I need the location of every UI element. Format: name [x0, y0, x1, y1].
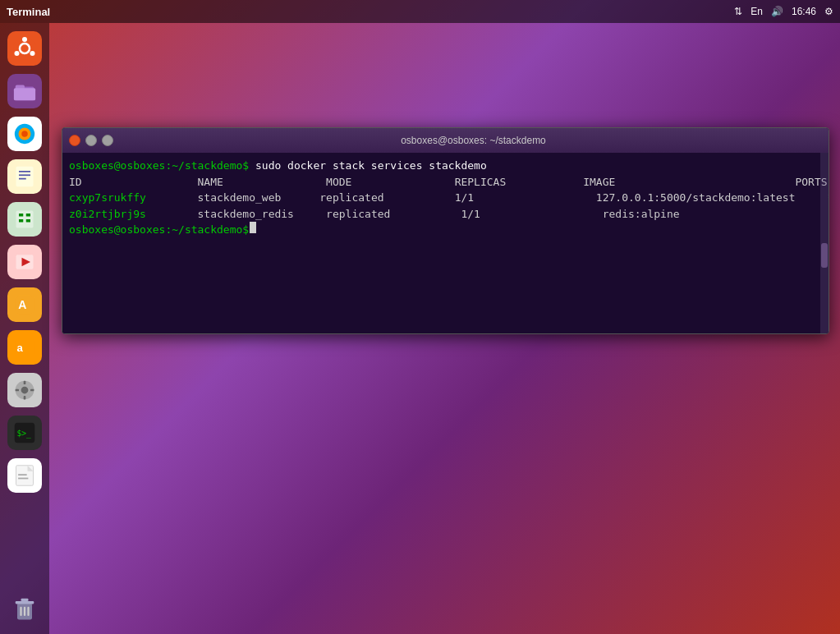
- svg-point-10: [21, 131, 28, 137]
- textedit-icon: [7, 458, 42, 493]
- row2-replicas: 1/1: [461, 206, 480, 223]
- svg-rect-12: [19, 171, 30, 172]
- svg-rect-30: [16, 389, 19, 392]
- svg-rect-36: [18, 478, 28, 480]
- svg-rect-14: [19, 178, 26, 180]
- tray-time: 16:46: [792, 6, 816, 17]
- launcher-item-impress[interactable]: [6, 243, 44, 281]
- header-replicas: REPLICAS: [455, 174, 584, 191]
- svg-text:a: a: [16, 342, 23, 354]
- command-text: sudo docker stack services stackdemo: [249, 158, 487, 174]
- row1-mode: replicated: [319, 190, 383, 206]
- writer-icon: [7, 159, 42, 194]
- svg-rect-11: [16, 167, 34, 187]
- terminal-icon: $>_: [7, 416, 42, 450]
- tray-lang: En: [750, 6, 763, 17]
- launcher-item-system-settings[interactable]: [6, 371, 44, 409]
- svg-point-3: [30, 51, 35, 56]
- row2-image: redis:alpine: [603, 206, 680, 223]
- command-line: osboxes@osboxes:~/stackdemo$ sudo docker…: [69, 158, 822, 174]
- svg-rect-40: [20, 607, 21, 616]
- header-mode: MODE: [326, 174, 455, 191]
- svg-rect-19: [26, 219, 30, 223]
- svg-text:$>_: $>_: [16, 429, 31, 439]
- launcher-item-terminal[interactable]: $>_: [6, 414, 44, 452]
- impress-icon: [7, 245, 42, 279]
- launcher-item-writer[interactable]: [6, 158, 44, 195]
- svg-rect-42: [27, 607, 29, 616]
- table-row-2: z0i2rtjbrj9s stackdemo_redis replicated …: [69, 206, 822, 223]
- files-icon: [7, 74, 42, 108]
- row2-spacer3: [390, 206, 461, 223]
- row2-spacer1: [146, 206, 198, 223]
- top-panel: Terminal ⇅ En 🔊 16:46 ⚙: [0, 0, 840, 23]
- software-icon: A: [7, 287, 42, 322]
- svg-rect-18: [19, 219, 23, 223]
- launcher-item-software[interactable]: A: [6, 286, 44, 324]
- terminal-body[interactable]: osboxes@osboxes:~/stackdemo$ sudo docker…: [62, 153, 829, 333]
- launcher-item-calc[interactable]: [6, 200, 44, 238]
- minimize-button[interactable]: [85, 135, 97, 146]
- svg-rect-15: [16, 211, 34, 228]
- scrollbar-thumb[interactable]: [821, 243, 828, 268]
- row1-spacer2: [281, 190, 319, 206]
- svg-rect-28: [24, 381, 26, 384]
- prompt-user: osboxes@osboxes:~/stackdemo$: [69, 158, 249, 174]
- row1-image: 127.0.0.1:5000/stackdemo:latest: [596, 190, 796, 206]
- launcher-item-textedit[interactable]: [6, 457, 44, 494]
- svg-rect-31: [30, 389, 34, 392]
- prompt-line-2: osboxes@osboxes:~/stackdemo$: [69, 222, 822, 238]
- launcher-item-firefox[interactable]: [6, 115, 44, 153]
- calc-icon: [7, 202, 42, 237]
- row1-id: cxyp7srukffy: [69, 190, 146, 206]
- svg-text:A: A: [18, 298, 26, 311]
- tray-volume: 🔊: [771, 6, 783, 17]
- svg-rect-38: [16, 601, 34, 604]
- tray-settings[interactable]: ⚙: [824, 6, 833, 17]
- row2-mode: replicated: [326, 206, 390, 223]
- svg-rect-41: [24, 607, 25, 616]
- svg-rect-16: [19, 214, 23, 217]
- svg-point-27: [21, 387, 29, 394]
- launcher-item-amazon[interactable]: a: [6, 328, 44, 366]
- svg-point-4: [15, 51, 20, 56]
- row1-spacer4: [474, 190, 596, 206]
- svg-point-2: [22, 37, 27, 42]
- close-button[interactable]: [69, 135, 80, 146]
- svg-rect-7: [14, 88, 35, 100]
- svg-rect-39: [21, 599, 29, 601]
- header-name: NAME: [198, 174, 327, 191]
- svg-rect-29: [24, 396, 26, 399]
- terminal-window-title: osboxes@osboxes: ~/stackdemo: [125, 135, 822, 146]
- system-tray: ⇅ En 🔊 16:46 ⚙: [734, 6, 833, 17]
- output-headers: ID NAME MODE REPLICAS IMAGE PORTS: [69, 174, 822, 191]
- table-row-1: cxyp7srukffy stackdemo_web replicated 1/…: [69, 190, 822, 206]
- system-settings-icon: [7, 373, 42, 407]
- row1-spacer1: [146, 190, 198, 206]
- ubuntu-icon: [7, 31, 42, 66]
- row2-spacer4: [480, 206, 603, 223]
- prompt2-text: osboxes@osboxes:~/stackdemo$: [69, 222, 249, 238]
- terminal-titlebar: osboxes@osboxes: ~/stackdemo: [62, 128, 829, 153]
- svg-rect-13: [19, 174, 30, 176]
- row1-replicas: 1/1: [455, 190, 474, 206]
- amazon-icon: a: [7, 330, 42, 365]
- row2-spacer2: [294, 206, 326, 223]
- launcher-item-files[interactable]: [6, 72, 44, 110]
- row2-id: z0i2rtjbrj9s: [69, 206, 146, 223]
- launcher-sidebar: A a $>_: [0, 23, 49, 634]
- launcher-item-ubuntu[interactable]: [6, 30, 44, 67]
- maximize-button[interactable]: [102, 135, 113, 146]
- row2-name: stackdemo_redis: [198, 206, 294, 223]
- header-image: IMAGE: [583, 174, 795, 191]
- cursor-block: [250, 222, 256, 233]
- trash-icon: [7, 591, 42, 626]
- launcher-item-trash[interactable]: [6, 590, 44, 627]
- row1-name: stackdemo_web: [198, 190, 282, 206]
- scrollbar-track[interactable]: [820, 153, 829, 333]
- terminal-window: osboxes@osboxes: ~/stackdemo osboxes@osb…: [62, 127, 829, 334]
- firefox-icon: [7, 117, 42, 151]
- svg-rect-17: [26, 214, 30, 217]
- svg-rect-35: [18, 474, 27, 476]
- app-title: Terminal: [7, 6, 50, 18]
